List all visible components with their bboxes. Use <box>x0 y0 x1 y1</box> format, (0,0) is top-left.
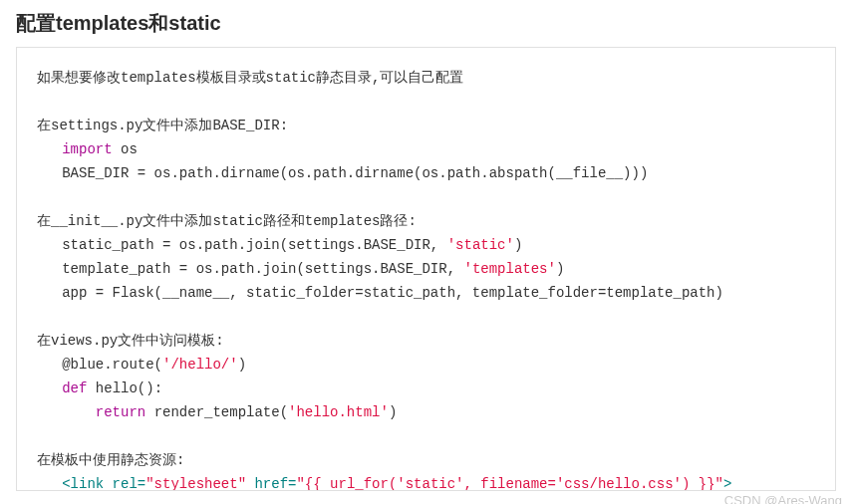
kw-def: def <box>62 380 87 396</box>
line-return-c: ) <box>389 404 397 420</box>
line-template-static-desc: 在模板中使用静态资源: <box>37 452 184 468</box>
import-rest: os <box>113 141 138 157</box>
page-title: 配置templates和static <box>16 10 836 37</box>
html-link-c: > <box>723 476 731 491</box>
line-route-b: ) <box>238 357 246 373</box>
line-return-b: render_template( <box>145 404 288 420</box>
watermark: CSDN @Ares-Wang <box>724 493 842 504</box>
str-templates: 'templates' <box>463 261 555 277</box>
line-staticpath-b: ) <box>514 237 522 253</box>
line-settings-desc: 在settings.py文件中添加BASE_DIR: <box>37 118 288 133</box>
line-init-desc: 在__init__.py文件中添加static路径和templates路径: <box>37 213 417 229</box>
line-app-flask: app = Flask(__name__, static_folder=stat… <box>37 285 723 301</box>
line-def-a <box>37 380 62 396</box>
html-link-a: <link rel= <box>37 476 145 491</box>
html-link-b: href= <box>246 476 296 491</box>
line-def-b: hello(): <box>87 380 162 396</box>
line-views-desc: 在views.py文件中访问模板: <box>37 333 224 349</box>
str-static: 'static' <box>447 237 514 253</box>
str-urlfor: "{{ url_for('static', filename='css/hell… <box>296 476 722 491</box>
str-hello-route: '/hello/' <box>162 357 238 373</box>
line-intro: 如果想要修改templates模板目录或static静态目录,可以自己配置 <box>37 70 463 86</box>
code-block: 如果想要修改templates模板目录或static静态目录,可以自己配置 在s… <box>16 47 836 491</box>
kw-return: return <box>96 404 145 420</box>
str-stylesheet: "stylesheet" <box>145 476 246 491</box>
line-route-a: @blue.route( <box>37 357 162 373</box>
line-templatepath-a: template_path = os.path.join(settings.BA… <box>37 261 463 277</box>
kw-import: import <box>62 141 112 157</box>
line-templatepath-b: ) <box>556 261 564 277</box>
line-staticpath-a: static_path = os.path.join(settings.BASE… <box>37 237 447 253</box>
str-hello-html: 'hello.html' <box>288 404 389 420</box>
line-basedir: BASE_DIR = os.path.dirname(os.path.dirna… <box>37 165 648 181</box>
line-return-a <box>37 404 96 420</box>
